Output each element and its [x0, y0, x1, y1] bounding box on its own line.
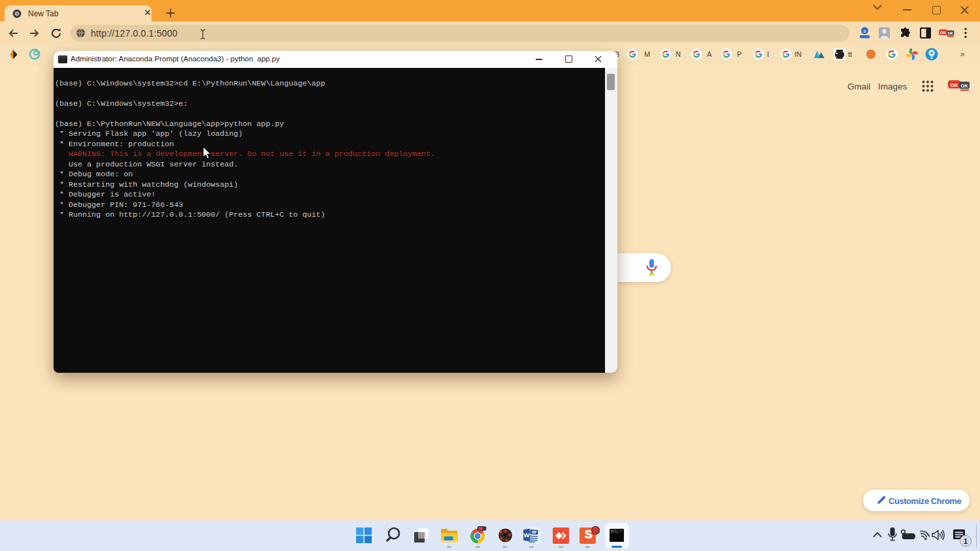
svg-text:OK: OK [960, 83, 968, 89]
svg-text:W: W [532, 529, 536, 534]
svg-text:OK: OK [951, 82, 958, 88]
svg-text:OK: OK [940, 31, 947, 35]
svg-text:1: 1 [964, 537, 968, 545]
svg-text:W: W [524, 531, 530, 539]
svg-text:C:\_: C:\_ [611, 530, 619, 534]
svg-text:OK: OK [948, 31, 953, 35]
svg-text:a: a [864, 29, 866, 33]
